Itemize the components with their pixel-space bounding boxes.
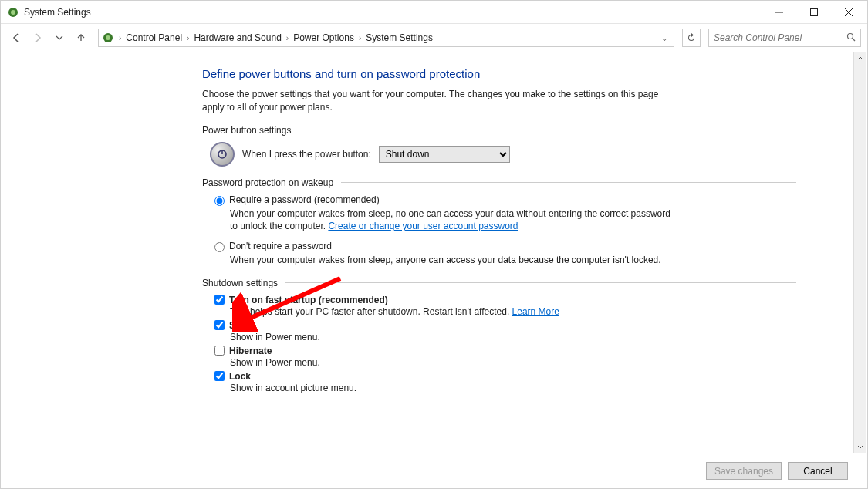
divider	[285, 282, 796, 283]
learn-more-link[interactable]: Learn More	[512, 306, 559, 317]
forward-button[interactable]	[29, 29, 47, 47]
lock-checkbox[interactable]	[214, 371, 225, 381]
breadcrumb-item[interactable]: Hardware and Sound	[191, 32, 284, 43]
svg-point-7	[106, 35, 110, 40]
chevron-down-icon[interactable]: ⌄	[658, 34, 670, 42]
recent-locations-button[interactable]	[50, 29, 69, 47]
fast-startup-checkbox[interactable]	[214, 295, 225, 305]
search-input[interactable]	[714, 32, 846, 43]
require-password-radio[interactable]	[214, 196, 225, 206]
search-input-wrapper[interactable]	[708, 29, 861, 47]
no-password-radio[interactable]	[214, 242, 225, 252]
svg-rect-3	[810, 8, 817, 15]
fast-startup-desc: This helps start your PC faster after sh…	[230, 306, 796, 317]
window-title: System Settings	[24, 7, 91, 18]
power-options-folder-icon	[102, 32, 114, 44]
breadcrumb-item[interactable]: Control Panel	[123, 32, 185, 43]
chevron-right-icon[interactable]: ›	[285, 34, 290, 42]
save-changes-button[interactable]: Save changes	[706, 462, 782, 480]
power-button-action-select[interactable]: Shut down	[379, 146, 510, 163]
scroll-thumb[interactable]	[854, 65, 866, 440]
breadcrumb[interactable]: › Control Panel › Hardware and Sound › P…	[98, 29, 674, 47]
breadcrumb-item[interactable]: Power Options	[290, 32, 357, 43]
require-password-label[interactable]: Require a password (recommended)	[229, 194, 380, 205]
sleep-checkbox[interactable]	[214, 320, 225, 330]
lock-desc: Show in account picture menu.	[230, 383, 796, 393]
page-title: Define power buttons and turn on passwor…	[202, 67, 796, 80]
close-button[interactable]	[831, 1, 866, 23]
sleep-label[interactable]: Sleep	[229, 320, 254, 331]
hibernate-desc: Show in Power menu.	[230, 357, 796, 368]
chevron-right-icon[interactable]: ›	[117, 34, 123, 42]
chevron-right-icon[interactable]: ›	[185, 34, 191, 42]
chevron-right-icon[interactable]: ›	[357, 34, 363, 42]
page-intro: Choose the power settings that you want …	[202, 88, 665, 114]
minimize-button[interactable]	[762, 1, 796, 23]
divider	[341, 182, 796, 183]
search-icon[interactable]	[846, 31, 856, 45]
no-password-desc: When your computer wakes from sleep, any…	[230, 254, 677, 267]
hibernate-checkbox[interactable]	[214, 346, 225, 356]
lock-label[interactable]: Lock	[229, 371, 251, 382]
divider	[299, 130, 796, 130]
scroll-down-button[interactable]	[854, 440, 866, 453]
section-header-shutdown: Shutdown settings	[202, 278, 278, 288]
hibernate-label[interactable]: Hibernate	[229, 346, 272, 356]
no-password-label[interactable]: Don't require a password	[229, 241, 332, 251]
svg-point-1	[11, 10, 15, 15]
back-button[interactable]	[7, 29, 25, 47]
change-password-link[interactable]: Create or change your user account passw…	[328, 221, 518, 231]
section-header-power-button: Power button settings	[202, 125, 291, 136]
sleep-desc: Show in Power menu.	[230, 332, 796, 342]
svg-line-9	[853, 39, 855, 41]
scroll-up-button[interactable]	[854, 52, 866, 65]
power-options-window-icon	[7, 6, 19, 19]
svg-point-8	[848, 34, 853, 39]
power-button-label: When I press the power button:	[242, 149, 371, 160]
cancel-button[interactable]: Cancel	[788, 462, 848, 480]
refresh-button[interactable]	[682, 29, 701, 47]
vertical-scrollbar[interactable]	[853, 52, 866, 453]
power-icon	[210, 142, 235, 167]
section-header-password: Password protection on wakeup	[202, 177, 333, 188]
fast-startup-label[interactable]: Turn on fast startup (recommended)	[229, 295, 388, 305]
maximize-button[interactable]	[796, 1, 831, 23]
require-password-desc: When your computer wakes from sleep, no …	[230, 207, 677, 234]
breadcrumb-item[interactable]: System Settings	[363, 32, 436, 43]
up-button[interactable]	[72, 29, 90, 47]
